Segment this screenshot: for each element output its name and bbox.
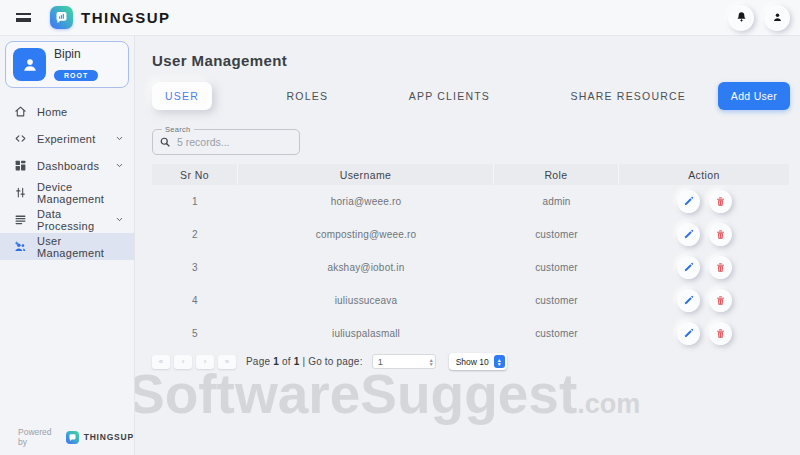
sidebar-item-data-processing[interactable]: Data Processing [0,206,134,233]
list-icon [13,213,27,226]
cell-username: iuliussuceava [238,295,494,306]
account-button[interactable] [764,5,790,31]
sidebar-item-label: Device Management [37,181,124,205]
edit-user-button[interactable] [677,289,700,312]
pencil-icon [683,328,694,339]
table-row: 5 iuliuspalasmall customer [152,317,789,350]
pencil-icon [683,295,694,306]
user-name: Bipin [54,47,98,61]
pencil-icon [683,229,694,240]
cell-actions [619,190,789,213]
sliders-icon [13,186,27,199]
tab-share-resource[interactable]: SHARE RESOURCE [565,82,692,110]
sidebar-item-label: Experiment [37,133,96,145]
sidebar-item-label: User Management [37,235,124,259]
sidebar: Bipin ROOT Home Experiment [0,36,135,455]
sidebar-item-label: Dashboards [37,160,99,172]
prev-page-button[interactable]: ‹ [174,355,192,369]
search-input[interactable] [177,136,277,148]
tab-bar: USER ROLES APP CLIENTS SHARE RESOURCE Ad… [152,82,790,110]
powered-by-label: Powered by [18,427,61,447]
cell-actions [619,289,789,312]
delete-user-button[interactable] [709,190,732,213]
cell-role: admin [494,196,619,207]
edit-user-button[interactable] [677,223,700,246]
page-size-label: Show 10 [456,357,489,367]
first-page-button[interactable]: « [152,355,170,369]
page-size-select[interactable]: Show 10 ▲▼ [449,353,507,370]
sidebar-item-label: Data Processing [37,208,105,232]
search-field[interactable]: Search [152,129,300,155]
bell-icon [735,11,748,24]
select-arrows-icon: ▲▼ [494,355,505,368]
cell-actions [619,223,789,246]
cell-srno: 4 [152,295,238,306]
column-header-role: Role [494,164,619,185]
sidebar-item-device-management[interactable]: Device Management [0,179,134,206]
powered-by: Powered by THINGSUP [18,427,134,447]
cell-username: akshay@iobot.in [238,262,494,273]
menu-icon[interactable] [10,5,36,31]
main-content: User Management USER ROLES APP CLIENTS S… [135,36,800,455]
grid-icon [13,159,27,172]
current-page: 1 [273,356,279,367]
notifications-button[interactable] [728,5,754,31]
sidebar-item-dashboards[interactable]: Dashboards [0,152,134,179]
trash-icon [715,196,726,207]
trash-icon [715,328,726,339]
role-badge: ROOT [54,70,98,81]
edit-user-button[interactable] [677,322,700,345]
delete-user-button[interactable] [709,223,732,246]
edit-user-button[interactable] [677,190,700,213]
cell-role: customer [494,229,619,240]
table-row: 2 composting@weee.ro customer [152,218,789,251]
cell-role: customer [494,262,619,273]
users-plus-icon [13,240,27,254]
sidebar-item-experiment[interactable]: Experiment [0,125,134,152]
search-field-label: Search [162,125,194,134]
cell-role: customer [494,295,619,306]
table-header: Sr No Username Role Action [152,164,789,185]
sidebar-item-label: Home [37,106,68,118]
user-card[interactable]: Bipin ROOT [5,41,129,88]
cell-username: iuliuspalasmall [238,328,494,339]
search-icon [159,136,171,148]
edit-user-button[interactable] [677,256,700,279]
cell-username: horia@weee.ro [238,196,494,207]
cell-srno: 1 [152,196,238,207]
avatar [13,48,46,81]
table-row: 3 akshay@iobot.in customer [152,251,789,284]
delete-user-button[interactable] [709,256,732,279]
chevron-down-icon [115,161,124,170]
sidebar-item-home[interactable]: Home [0,98,134,125]
pencil-icon [683,196,694,207]
delete-user-button[interactable] [709,289,732,312]
column-header-action: Action [619,164,789,185]
cell-role: customer [494,328,619,339]
code-icon [13,132,27,145]
add-user-button[interactable]: Add User [718,82,790,110]
number-stepper-icon[interactable]: ▲▼ [426,355,437,368]
home-icon [13,105,27,118]
next-page-button[interactable]: › [196,355,214,369]
chevron-down-icon [115,215,124,224]
cell-actions [619,322,789,345]
tab-app-clients[interactable]: APP CLIENTS [403,82,496,110]
table-body: 1 horia@weee.ro admin 2 c [152,185,789,350]
sidebar-item-user-management[interactable]: User Management [0,233,134,260]
tab-roles[interactable]: ROLES [281,82,335,110]
sidebar-nav: Home Experiment Dashboards [0,98,134,260]
thingsup-logo-icon [66,431,79,444]
cell-srno: 5 [152,328,238,339]
pencil-icon [683,262,694,273]
tab-user[interactable]: USER [152,82,212,110]
chevron-down-icon [115,134,124,143]
table-row: 4 iuliussuceava customer [152,284,789,317]
brand-name: THINGSUP [81,9,171,26]
cell-actions [619,256,789,279]
thingsup-logo-icon [50,6,73,29]
trash-icon [715,229,726,240]
delete-user-button[interactable] [709,322,732,345]
last-page-button[interactable]: » [218,355,236,369]
column-header-srno: Sr No [152,164,238,185]
